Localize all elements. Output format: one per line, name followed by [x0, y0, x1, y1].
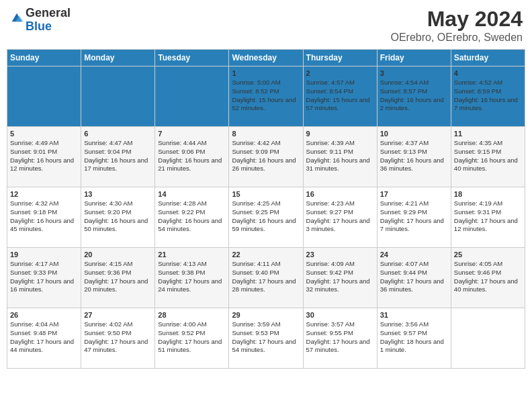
day-header-wednesday: Wednesday [229, 50, 303, 66]
cell-info: Sunrise: 4:13 AM Sunset: 9:38 PM Dayligh… [158, 260, 226, 294]
day-header-friday: Friday [377, 50, 451, 66]
cell-info: Sunrise: 4:15 AM Sunset: 9:36 PM Dayligh… [84, 260, 152, 294]
date-number: 28 [158, 311, 226, 319]
cell-info: Sunrise: 4:44 AM Sunset: 9:06 PM Dayligh… [158, 139, 226, 173]
calendar-cell: 15Sunrise: 4:25 AM Sunset: 9:25 PM Dayli… [229, 187, 303, 248]
calendar-cell: 23Sunrise: 4:09 AM Sunset: 9:42 PM Dayli… [303, 248, 377, 308]
calendar-cell [7, 66, 81, 127]
day-header-thursday: Thursday [303, 50, 377, 66]
date-number: 24 [380, 250, 448, 259]
date-number: 20 [84, 250, 152, 259]
cell-info: Sunrise: 4:28 AM Sunset: 9:22 PM Dayligh… [158, 199, 226, 234]
calendar-cell: 27Sunrise: 4:02 AM Sunset: 9:50 PM Dayli… [81, 308, 155, 369]
cell-info: Sunrise: 3:57 AM Sunset: 9:55 PM Dayligh… [306, 320, 374, 355]
calendar-cell: 25Sunrise: 4:05 AM Sunset: 9:46 PM Dayli… [451, 248, 525, 308]
date-number: 4 [454, 69, 522, 77]
cell-info: Sunrise: 3:59 AM Sunset: 9:53 PM Dayligh… [232, 320, 300, 355]
calendar-cell: 12Sunrise: 4:32 AM Sunset: 9:18 PM Dayli… [7, 187, 81, 248]
week-row-3: 12Sunrise: 4:32 AM Sunset: 9:18 PM Dayli… [7, 187, 525, 248]
logo-icon [9, 11, 24, 26]
calendar-cell: 1Sunrise: 5:00 AM Sunset: 8:52 PM Daylig… [229, 66, 303, 127]
date-number: 22 [232, 250, 300, 259]
date-number: 17 [380, 190, 448, 198]
cell-info: Sunrise: 4:05 AM Sunset: 9:46 PM Dayligh… [454, 260, 522, 294]
week-row-2: 5Sunrise: 4:49 AM Sunset: 9:01 PM Daylig… [7, 127, 525, 187]
date-number: 14 [158, 190, 226, 198]
calendar-table: SundayMondayTuesdayWednesdayThursdayFrid… [7, 49, 525, 369]
main-title: May 2024 [390, 7, 523, 32]
cell-info: Sunrise: 4:30 AM Sunset: 9:20 PM Dayligh… [84, 199, 152, 234]
calendar-cell: 29Sunrise: 3:59 AM Sunset: 9:53 PM Dayli… [229, 308, 303, 369]
calendar-cell: 31Sunrise: 3:56 AM Sunset: 9:57 PM Dayli… [377, 308, 451, 369]
calendar-cell: 17Sunrise: 4:21 AM Sunset: 9:29 PM Dayli… [377, 187, 451, 248]
cell-info: Sunrise: 4:04 AM Sunset: 9:48 PM Dayligh… [10, 320, 78, 355]
cell-info: Sunrise: 4:47 AM Sunset: 9:04 PM Dayligh… [84, 139, 152, 173]
day-header-monday: Monday [81, 50, 155, 66]
calendar-cell: 7Sunrise: 4:44 AM Sunset: 9:06 PM Daylig… [155, 127, 229, 187]
cell-info: Sunrise: 4:54 AM Sunset: 8:57 PM Dayligh… [380, 79, 448, 113]
cell-info: Sunrise: 4:00 AM Sunset: 9:52 PM Dayligh… [158, 320, 226, 355]
day-header-sunday: Sunday [7, 50, 81, 66]
cell-info: Sunrise: 4:25 AM Sunset: 9:25 PM Dayligh… [232, 199, 300, 234]
week-row-4: 19Sunrise: 4:17 AM Sunset: 9:33 PM Dayli… [7, 248, 525, 308]
calendar-cell: 16Sunrise: 4:23 AM Sunset: 9:27 PM Dayli… [303, 187, 377, 248]
date-number: 5 [10, 130, 78, 138]
date-number: 11 [454, 130, 522, 138]
cell-info: Sunrise: 4:19 AM Sunset: 9:31 PM Dayligh… [454, 199, 522, 234]
date-number: 18 [454, 190, 522, 198]
cell-info: Sunrise: 4:39 AM Sunset: 9:11 PM Dayligh… [306, 139, 374, 173]
calendar-cell: 4Sunrise: 4:52 AM Sunset: 8:59 PM Daylig… [451, 66, 525, 127]
title-block: May 2024 OErebro, OErebro, Sweden [390, 7, 523, 44]
calendar-cell: 22Sunrise: 4:11 AM Sunset: 9:40 PM Dayli… [229, 248, 303, 308]
page-header: General Blue May 2024 OErebro, OErebro, … [7, 7, 525, 44]
date-number: 3 [380, 69, 448, 77]
header-row: SundayMondayTuesdayWednesdayThursdayFrid… [7, 50, 525, 66]
date-number: 8 [232, 130, 300, 138]
date-number: 31 [380, 311, 448, 319]
calendar-cell: 6Sunrise: 4:47 AM Sunset: 9:04 PM Daylig… [81, 127, 155, 187]
date-number: 6 [84, 130, 152, 138]
calendar-cell: 14Sunrise: 4:28 AM Sunset: 9:22 PM Dayli… [155, 187, 229, 248]
calendar-cell: 18Sunrise: 4:19 AM Sunset: 9:31 PM Dayli… [451, 187, 525, 248]
calendar-cell: 28Sunrise: 4:00 AM Sunset: 9:52 PM Dayli… [155, 308, 229, 369]
day-header-saturday: Saturday [451, 50, 525, 66]
calendar-cell: 20Sunrise: 4:15 AM Sunset: 9:36 PM Dayli… [81, 248, 155, 308]
cell-info: Sunrise: 4:42 AM Sunset: 9:09 PM Dayligh… [232, 139, 300, 173]
cell-info: Sunrise: 4:11 AM Sunset: 9:40 PM Dayligh… [232, 260, 300, 294]
calendar-cell: 30Sunrise: 3:57 AM Sunset: 9:55 PM Dayli… [303, 308, 377, 369]
cell-info: Sunrise: 4:09 AM Sunset: 9:42 PM Dayligh… [306, 260, 374, 294]
date-number: 9 [306, 130, 374, 138]
date-number: 21 [158, 250, 226, 259]
calendar-cell: 13Sunrise: 4:30 AM Sunset: 9:20 PM Dayli… [81, 187, 155, 248]
date-number: 2 [306, 69, 374, 77]
cell-info: Sunrise: 4:07 AM Sunset: 9:44 PM Dayligh… [380, 260, 448, 294]
cell-info: Sunrise: 4:21 AM Sunset: 9:29 PM Dayligh… [380, 199, 448, 234]
cell-info: Sunrise: 4:23 AM Sunset: 9:27 PM Dayligh… [306, 199, 374, 234]
date-number: 13 [84, 190, 152, 198]
calendar-cell [155, 66, 229, 127]
calendar-cell: 21Sunrise: 4:13 AM Sunset: 9:38 PM Dayli… [155, 248, 229, 308]
calendar-cell [451, 308, 525, 369]
cell-info: Sunrise: 4:17 AM Sunset: 9:33 PM Dayligh… [10, 260, 78, 294]
calendar-cell: 8Sunrise: 4:42 AM Sunset: 9:09 PM Daylig… [229, 127, 303, 187]
day-header-tuesday: Tuesday [155, 50, 229, 66]
calendar-cell [81, 66, 155, 127]
cell-info: Sunrise: 4:32 AM Sunset: 9:18 PM Dayligh… [10, 199, 78, 234]
date-number: 23 [306, 250, 374, 259]
date-number: 25 [454, 250, 522, 259]
logo: General Blue [9, 7, 71, 34]
date-number: 7 [158, 130, 226, 138]
date-number: 16 [306, 190, 374, 198]
cell-info: Sunrise: 4:37 AM Sunset: 9:13 PM Dayligh… [380, 139, 448, 173]
date-number: 30 [306, 311, 374, 319]
date-number: 10 [380, 130, 448, 138]
calendar-cell: 11Sunrise: 4:35 AM Sunset: 9:15 PM Dayli… [451, 127, 525, 187]
date-number: 1 [232, 69, 300, 77]
calendar-cell: 5Sunrise: 4:49 AM Sunset: 9:01 PM Daylig… [7, 127, 81, 187]
calendar-cell: 19Sunrise: 4:17 AM Sunset: 9:33 PM Dayli… [7, 248, 81, 308]
calendar-cell: 3Sunrise: 4:54 AM Sunset: 8:57 PM Daylig… [377, 66, 451, 127]
cell-info: Sunrise: 5:00 AM Sunset: 8:52 PM Dayligh… [232, 79, 300, 113]
calendar-cell: 9Sunrise: 4:39 AM Sunset: 9:11 PM Daylig… [303, 127, 377, 187]
cell-info: Sunrise: 4:02 AM Sunset: 9:50 PM Dayligh… [84, 320, 152, 355]
calendar-cell: 2Sunrise: 4:57 AM Sunset: 8:54 PM Daylig… [303, 66, 377, 127]
